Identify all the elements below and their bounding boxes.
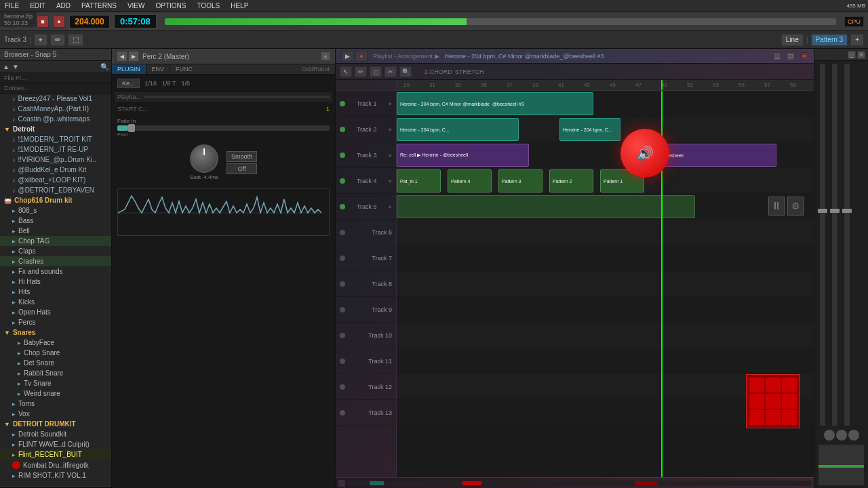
pattern-block-2b[interactable]: Heroine - 204 bpm, C... [559,118,620,141]
sidebar-folder-snares[interactable]: ▼ Snares [0,327,111,338]
fader-track-1[interactable] [820,64,825,426]
pattern-block-4a[interactable]: Pat_in 1 [397,169,441,192]
rp-close-btn[interactable]: × [857,51,865,59]
tab-func[interactable]: FUNC [170,64,198,74]
smooth-btn[interactable]: Smooth [226,151,257,162]
sidebar-nav-down[interactable]: ▼ [12,63,19,70]
scroll-track[interactable] [347,481,811,486]
menu-item-edit[interactable]: EDIT [28,2,47,9]
bpm-display[interactable]: 204.000 [69,15,110,28]
pattern-block-4d[interactable]: Pattern 2 [549,169,593,192]
pattern-select[interactable]: Pattern 3 [811,34,848,46]
red-grid-block[interactable] [746,374,800,428]
fader-track-2[interactable] [832,64,837,426]
track-mute-1[interactable]: ● [389,100,392,107]
sidebar-item-hihats[interactable]: ▸ Hi Hats [0,277,111,287]
sidebar-item-weirdsnare[interactable]: ▸ Weird snare [0,388,111,399]
tab-plugin[interactable]: PLUGIN [112,64,146,74]
sidebar-folder-chop616[interactable]: 🥁 Chop616 Drum kit [0,195,111,205]
sidebar-folder-detroit-drumkit[interactable]: ▼ DETROIT DRUMKIT [0,419,111,429]
tab-env[interactable]: ENV [146,64,171,74]
fader-handle-2[interactable] [830,209,840,213]
stop-button[interactable]: ■ [37,16,49,28]
fade-in-handle[interactable] [128,124,135,132]
sidebar-item-vox[interactable]: ▸ Vox [0,409,111,419]
pattern-block-2a[interactable]: Heroine - 204 bpm, C... [397,118,519,141]
sidebar-item-toms[interactable]: ▸ Toms [0,399,111,409]
pattern-block-4b[interactable]: Pattern 4 [448,169,492,192]
sidebar-item[interactable]: ♪ !1MODERN_.TROIT KIT [0,134,111,144]
sidebar-item[interactable]: ♪ Coastin @p..whitemaps [0,114,111,124]
draw-button[interactable]: ✏ [50,34,65,46]
line-mode-select[interactable]: Line [781,34,804,46]
sidebar-item-detroitsoundkit[interactable]: ▸ Detroit Soundkit [0,429,111,439]
menu-item-view[interactable]: VIEW [125,2,147,9]
scroll-indicator[interactable] [338,480,345,487]
sidebar-item-rimshot[interactable]: ▸ RIM SHOT..KIT VOL.1 [0,470,111,481]
pl-tool-draw[interactable]: ✏ [355,66,367,77]
inst-controls[interactable]: ◀ ▶ [117,52,138,61]
pattern-tools[interactable]: + [850,34,864,46]
sidebar-item-tvsnare[interactable]: ▸ Tv Snare [0,378,111,388]
send-fader[interactable] [818,445,864,485]
sidebar-item-rabbitsnare[interactable]: ▸ Rabbit Snare [0,368,111,378]
sidebar-item[interactable]: ♪ @BuddKel_e Drum Kit [0,165,111,175]
sidebar-item[interactable]: ♪ @DETROIT_EDBYAVEN [0,185,111,195]
sidebar-item-detsnare[interactable]: ▸ Det Snare [0,358,111,368]
inst-prev[interactable]: ◀ [117,52,127,61]
track-mute-4[interactable]: ● [389,178,392,184]
song-progress[interactable] [165,18,836,25]
rp-min-btn[interactable]: _ [848,51,856,59]
pl-tool-select[interactable]: ↖ [340,66,352,77]
snap-button[interactable]: ⌖ [34,34,47,46]
sidebar-item-chopsnare[interactable]: ▸ Chop Snare [0,348,111,358]
rp-knob-3[interactable] [848,430,859,441]
sidebar-item-flintrecent[interactable]: ▸ Flint_RECENT_BUIT [0,449,111,460]
off-btn[interactable]: Off [226,163,257,174]
menu-item-help[interactable]: HELP [229,2,250,9]
pattern-block-1a[interactable]: Heroine - 204 bpm, C# Minor @markblade_@… [397,92,593,115]
sidebar-folder-detroit[interactable]: ▼ Detroit [0,124,111,134]
pl-tool-zoom[interactable]: 🔍 [399,66,412,77]
sidebar-item-chop-tag[interactable]: ▸ Chop TAG [0,236,111,246]
menu-item-file[interactable]: FILE [3,2,21,9]
sidebar-nav-up[interactable]: ▲ [3,63,9,70]
playlist-minimize-btn[interactable]: _ [773,52,781,60]
sidebar-item-claps[interactable]: ▸ Claps [0,246,111,256]
record-button[interactable]: ● [53,16,65,28]
sidebar-item-flintwave[interactable]: ▸ FLINT WAVE..d Culprit) [0,439,111,449]
sidebar-item-babyface[interactable]: ▸ BabyFace [0,338,111,348]
sidebar-item-808[interactable]: ▸ 808_s [0,205,111,216]
sidebar-item-openhats[interactable]: ▸ Open Hats [0,307,111,317]
sidebar-item-bass[interactable]: ▸ Bass [0,216,111,226]
sidebar-item-kicks[interactable]: ▸ Kicks [0,297,111,307]
fade-in-slider[interactable] [117,125,330,131]
rp-knob-2[interactable] [836,430,847,441]
sidebar-search-icon[interactable]: 🔍 [100,63,108,70]
pl-tool-erase[interactable]: ◻ [370,66,382,77]
sidebar-item-crashes[interactable]: ▸ Crashes [0,256,111,266]
pl-tool-cut[interactable]: ✂ [384,66,397,77]
sidebar-item[interactable]: ♪ !1MODERN_.IT RE-UP [0,144,111,155]
sidebar-item-hits[interactable]: ▸ Hits [0,287,111,297]
sidebar-item-fx[interactable]: ▸ Fx and sounds [0,266,111,277]
sidebar-item-kombat[interactable]: Kombat Dru..itfiregotk [0,460,111,470]
menu-item-tools[interactable]: TOOLS [195,2,222,9]
sidebar-item[interactable]: ♪ @xiibeat_+LOOP KIT) [0,175,111,185]
pattern-block-5a[interactable] [397,195,695,218]
track-mute-3[interactable]: ● [389,152,392,159]
fader-track-3[interactable] [844,64,850,426]
menu-item-patterns[interactable]: PATTERNS [79,2,119,9]
sidebar-item-bell[interactable]: ▸ Bell [0,226,111,236]
sidebar-item-percs[interactable]: ▸ Percs [0,317,111,327]
sidebar-item[interactable]: ♪ Breezy247 - Please Vol1 [0,94,111,104]
sidebar-item[interactable]: ♪ CashMoneyAp..(Part II) [0,104,111,114]
menu-item-add[interactable]: ADD [54,2,73,9]
sidebar-item[interactable]: ♪ !!VIRIONE_@p..Drum Ki.. [0,155,111,165]
pl-play-btn[interactable]: ▶ [341,51,353,62]
fader-handle-3[interactable] [842,209,852,213]
fader-handle-1[interactable] [818,209,827,213]
pattern-block-3a[interactable]: Re: zell ▶ Heroine - @beesheell [397,144,529,167]
playlist-close-btn[interactable]: × [800,52,808,60]
rp-knob-1[interactable] [824,430,835,441]
